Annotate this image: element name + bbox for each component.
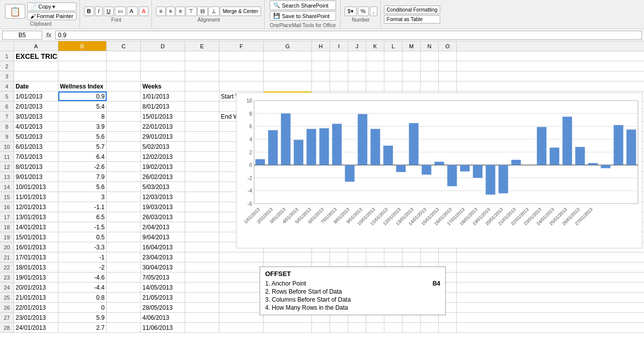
cell[interactable] (107, 242, 141, 252)
cell[interactable] (384, 61, 403, 71)
cell[interactable] (107, 61, 141, 71)
cell[interactable] (107, 273, 141, 282)
cell[interactable] (107, 212, 141, 222)
cell[interactable]: 5/02/2013 (141, 142, 185, 151)
cell[interactable]: 5/01/2013 (14, 132, 58, 141)
cell[interactable]: 0.8 (58, 293, 107, 302)
cell[interactable]: 15/01/2013 (141, 112, 185, 121)
row-num[interactable]: 4 (0, 81, 14, 91)
cell[interactable]: -2.6 (58, 162, 107, 171)
row-num[interactable]: 16 (0, 202, 14, 212)
cell[interactable]: 7/01/2013 (14, 152, 58, 161)
cell[interactable] (421, 61, 439, 71)
cell[interactable] (107, 192, 141, 202)
cell[interactable]: 9/01/2013 (14, 172, 58, 182)
name-box[interactable]: B5 (2, 31, 42, 40)
percent-button[interactable]: % (358, 7, 369, 16)
cell[interactable] (219, 313, 264, 322)
cell[interactable]: 1/01/2013 (141, 92, 185, 101)
cell[interactable] (219, 283, 264, 292)
cell[interactable] (141, 61, 185, 71)
cell[interactable]: 7/05/2013 (141, 273, 185, 282)
row-num[interactable]: 3 (0, 71, 14, 81)
cell[interactable]: EXCEL TRICKS FOR SPORTS #50 (14, 51, 58, 61)
cell[interactable]: 22/01/2013 (141, 122, 185, 131)
conditional-format-button[interactable]: Conditional Formatting (384, 6, 441, 14)
cell[interactable] (141, 71, 185, 81)
cell[interactable] (421, 81, 439, 91)
cell[interactable]: 2/01/2013 (14, 102, 58, 111)
cell[interactable]: 0.9 (58, 92, 107, 101)
cell[interactable] (185, 61, 219, 71)
col-header-G[interactable]: G (264, 41, 312, 51)
cell[interactable] (107, 222, 141, 232)
cell[interactable] (185, 192, 219, 202)
cell[interactable]: 5.6 (58, 132, 107, 141)
cell[interactable]: 11/06/2013 (141, 323, 185, 332)
cell[interactable]: 0.5 (58, 232, 107, 242)
row-num[interactable]: 8 (0, 122, 14, 131)
cell[interactable] (330, 51, 348, 61)
row-num[interactable]: 13 (0, 172, 14, 182)
cell[interactable] (403, 51, 421, 61)
cell[interactable]: 5.6 (58, 182, 107, 192)
cell[interactable]: 26/02/2013 (141, 172, 185, 182)
align-bottom-button[interactable]: ⊥ (208, 7, 219, 16)
cell[interactable] (185, 273, 219, 282)
cell[interactable] (107, 122, 141, 131)
cell[interactable] (107, 303, 141, 312)
cell[interactable]: 6.5 (58, 212, 107, 222)
cell[interactable] (107, 172, 141, 182)
cell[interactable] (312, 323, 330, 332)
row-num[interactable]: 24 (0, 283, 14, 292)
cell[interactable] (185, 222, 219, 232)
cell[interactable] (185, 242, 219, 252)
font-color-button[interactable]: A (139, 7, 148, 16)
cell[interactable] (219, 293, 264, 302)
cell[interactable] (403, 61, 421, 71)
cell[interactable]: -1 (58, 252, 107, 262)
col-header-L[interactable]: L (384, 41, 403, 51)
cell[interactable] (384, 323, 403, 332)
merge-center-button[interactable]: Merge & Center (220, 7, 262, 16)
row-num[interactable]: 2 (0, 61, 14, 71)
cell[interactable] (185, 142, 219, 151)
cell[interactable] (219, 323, 264, 332)
cell[interactable]: 23/04/2013 (141, 252, 185, 262)
cell[interactable]: -3.3 (58, 242, 107, 252)
cell[interactable]: 3/01/2013 (14, 112, 58, 121)
cell[interactable]: -1.5 (58, 222, 107, 232)
cell[interactable] (185, 132, 219, 141)
row-num[interactable]: 20 (0, 242, 14, 252)
italic-button[interactable]: I (95, 7, 103, 16)
col-header-F[interactable]: F (219, 41, 264, 51)
col-header-J[interactable]: J (348, 41, 366, 51)
cell[interactable] (185, 303, 219, 312)
cell[interactable] (219, 71, 264, 81)
cell[interactable]: 6/01/2013 (14, 142, 58, 151)
cell[interactable]: 12/01/2013 (14, 202, 58, 212)
cell[interactable]: 19/02/2013 (141, 162, 185, 171)
cell[interactable] (264, 81, 312, 91)
col-header-H[interactable]: H (312, 41, 330, 51)
cell[interactable] (219, 303, 264, 312)
cell[interactable] (348, 61, 366, 71)
cell[interactable]: 3 (58, 192, 107, 202)
cell[interactable]: 28/05/2013 (141, 303, 185, 312)
cell[interactable] (14, 71, 58, 81)
cell[interactable] (348, 71, 366, 81)
cell[interactable] (185, 202, 219, 212)
cell[interactable]: 4/01/2013 (14, 122, 58, 131)
cell[interactable] (403, 252, 421, 262)
cell[interactable] (366, 61, 384, 71)
cell[interactable] (366, 81, 384, 91)
col-header-O[interactable]: O (439, 41, 457, 51)
cell[interactable] (107, 262, 141, 272)
cell[interactable] (366, 252, 384, 262)
col-header-N[interactable]: N (421, 41, 439, 51)
cell[interactable] (107, 283, 141, 292)
cell[interactable] (264, 51, 312, 61)
cell[interactable]: Wellness Index (58, 81, 107, 91)
row-num[interactable]: 23 (0, 273, 14, 282)
align-top-button[interactable]: ⊤ (186, 7, 197, 16)
